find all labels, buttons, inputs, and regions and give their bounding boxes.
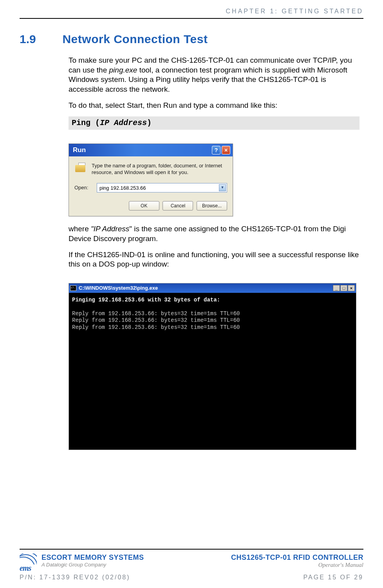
maximize-icon[interactable]: □	[340, 285, 347, 291]
cmd-title: C:\WINDOWS\system32\ping.exe	[79, 285, 332, 292]
logo-text: ems	[20, 564, 38, 572]
paragraph-1: To make sure your PC and the CHS-1265-TC…	[69, 56, 360, 94]
page-footer: ems ESCORT MEMORY SYSTEMS A Datalogic Gr…	[20, 549, 363, 581]
footer-company: ESCORT MEMORY SYSTEMS	[42, 554, 144, 562]
para3-a: where	[69, 225, 91, 233]
paragraph-2: To do that, select Start, then Run and t…	[69, 101, 360, 111]
code-bar: Ping (IP Address)	[69, 116, 360, 130]
open-label: Open:	[74, 185, 92, 191]
para3-italic: "IP Address	[91, 225, 129, 233]
para1-italic: ping.exe	[109, 66, 137, 74]
cancel-button[interactable]: Cancel	[163, 201, 193, 211]
chevron-down-icon[interactable]: ▼	[219, 184, 226, 191]
cmd-icon: c\	[70, 285, 76, 291]
cmd-body: Pinging 192.168.253.66 with 32 bytes of …	[69, 293, 356, 450]
open-combobox[interactable]: ▼	[97, 183, 227, 192]
footer-page: PAGE 15 OF 29	[304, 574, 363, 581]
header-rule	[20, 18, 363, 19]
open-input[interactable]	[97, 183, 227, 192]
cmd-reply-1: Reply from 192.168.253.66: bytes=32 time…	[72, 310, 240, 317]
help-icon[interactable]: ?	[212, 146, 220, 154]
codebar-italic: IP Address	[100, 118, 147, 127]
run-dialog: Run ? × Type the name of a program, fold…	[69, 143, 233, 216]
run-icon	[74, 163, 88, 174]
footer-pn: P/N: 17-1339 REV02 (02/08)	[20, 574, 130, 581]
ems-logo: ems	[20, 554, 38, 572]
cmd-window: c\ C:\WINDOWS\system32\ping.exe _ □ × Pi…	[69, 283, 356, 450]
footer-manual: Operator's Manual	[231, 562, 363, 568]
ok-button[interactable]: OK	[129, 201, 159, 211]
section-heading: 1.9 Network Connection Test	[20, 33, 363, 46]
codebar-a: Ping (	[72, 118, 100, 127]
chapter-header: CHAPTER 1: GETTING STARTED	[20, 8, 363, 15]
footer-sub: A Datalogic Group Company	[42, 562, 144, 568]
section-title: Network Connection Test	[62, 33, 208, 45]
minimize-icon[interactable]: _	[333, 285, 340, 291]
footer-product: CHS1265-TCP-01 RFID CONTROLLER	[231, 554, 363, 562]
browse-button[interactable]: Browse...	[197, 201, 227, 211]
footer-rule	[20, 549, 363, 550]
run-title: Run	[71, 146, 211, 154]
paragraph-3: where "IP Address" is the same one assig…	[69, 224, 360, 243]
codebar-b: )	[147, 118, 152, 127]
paragraph-4: If the CHS1265-IND-01 is online and func…	[69, 250, 360, 269]
cmd-titlebar: c\ C:\WINDOWS\system32\ping.exe _ □ ×	[69, 283, 356, 293]
close-icon[interactable]: ×	[222, 146, 230, 154]
section-number: 1.9	[20, 33, 61, 46]
cmd-reply-3: Reply from 192.168.253.66: bytes=32 time…	[72, 324, 240, 330]
run-titlebar: Run ? ×	[69, 144, 233, 156]
cmd-close-icon[interactable]: ×	[348, 285, 355, 291]
run-description: Type the name of a program, folder, docu…	[92, 163, 227, 176]
cmd-reply-2: Reply from 192.168.253.66: bytes=32 time…	[72, 317, 240, 323]
cmd-line-1: Pinging 192.168.253.66 with 32 bytes of …	[72, 297, 220, 303]
